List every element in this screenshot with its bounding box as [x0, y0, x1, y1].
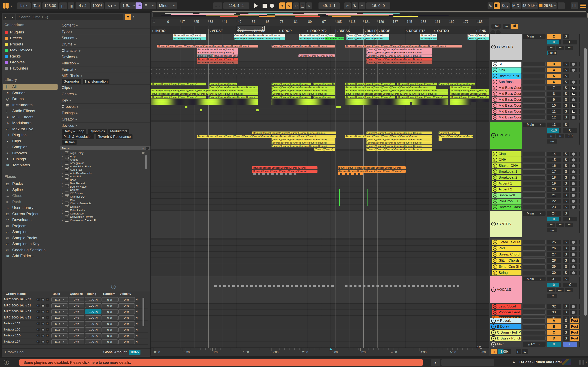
arm-button[interactable]: 6	[547, 80, 561, 84]
track-name-a-reverb[interactable]: ▶A Reverb	[490, 318, 521, 323]
clip[interactable]: (Bounce)(Bounce)(Bounce)(Bounce)	[197, 61, 238, 64]
track-name-breakbeat-1[interactable]: ▶Breakbeat 1	[492, 169, 521, 174]
solo-button[interactable]: S	[563, 330, 569, 335]
device-chooser-box[interactable]	[523, 336, 545, 341]
track-lane-b-delay[interactable]	[151, 324, 489, 330]
clip[interactable]: (Bounce)(Bounce)(Bounce)(Bounce)	[299, 34, 335, 37]
arm-button[interactable]: 18	[547, 175, 561, 180]
hover-preview-icon[interactable]: ↑	[111, 285, 116, 289]
solo-button[interactable]: S	[563, 152, 569, 156]
track-activator-icon[interactable]: ▶	[493, 109, 497, 114]
sidebar-item-grooves[interactable]: ≈Grooves	[3, 150, 58, 156]
stop-button[interactable]	[263, 4, 267, 8]
groove-collapse-icon[interactable]: ◀	[136, 310, 138, 313]
list-options-icon[interactable]: ⋯	[146, 147, 149, 150]
solo-button[interactable]: S	[563, 277, 569, 281]
key-map-button[interactable]: Key	[501, 2, 510, 9]
zoom-level-field[interactable]: 1.00x	[498, 349, 511, 354]
filter-tag[interactable]: Delay & Loop	[62, 129, 86, 134]
clip[interactable]: (Bounce)(Bounce)(Bounce)(Bounce)(Bounce)	[234, 34, 285, 37]
device-item-cabinet[interactable]: ▶···Cabinet	[62, 188, 147, 192]
send-field[interactable]: -18.0	[547, 51, 557, 55]
groove-random-field[interactable]: 0 %	[102, 327, 118, 332]
sidebar-item-favourites[interactable]: Favourites	[3, 66, 58, 71]
commit-groove-icon[interactable]: ∿	[36, 334, 40, 337]
solo-button[interactable]: S	[563, 324, 569, 329]
sidebar-item-user-library[interactable]: ⌂User Library	[3, 205, 58, 211]
solo-button[interactable]: S	[563, 271, 569, 275]
ableton-logo-icon[interactable]: ▼	[3, 3, 13, 8]
track-lane-accent-1[interactable]	[151, 181, 489, 187]
loop-switch[interactable]: ↻	[352, 2, 358, 9]
sort-ascending-icon[interactable]: ▲	[142, 147, 144, 149]
clip[interactable]: (Bounce)(Bounce)(Bounce)(Bounce)(Bounce)…	[272, 86, 335, 89]
post-toggle[interactable]: Post	[570, 330, 579, 335]
groove-timing-field[interactable]: 100 %	[85, 333, 102, 338]
device-chooser-box[interactable]	[523, 199, 545, 203]
track-activator-icon[interactable]: ▶	[493, 152, 497, 156]
sidebar-item-all[interactable]: ||||All	[3, 84, 58, 90]
expand-icon[interactable]: ▶	[62, 196, 64, 198]
clip[interactable]: (Bounce)(Bounce)(Bounce)(Bounce)(Bounce)	[345, 96, 395, 99]
device-chooser-box[interactable]	[523, 271, 545, 275]
groove-collapse-icon[interactable]: ◀	[136, 322, 138, 325]
clip[interactable]	[214, 285, 335, 287]
track-activator-icon[interactable]: ▶	[493, 187, 497, 192]
pan-field[interactable]: 0	[563, 342, 577, 347]
clip[interactable]	[450, 99, 489, 102]
track-lane-vocoder-lead[interactable]	[151, 310, 489, 316]
device-chooser-box[interactable]	[523, 92, 545, 96]
solo-button[interactable]: S	[563, 240, 569, 244]
filter-group-key[interactable]: Key▶	[61, 97, 150, 103]
record-button[interactable]	[270, 4, 274, 8]
track-lane-shaker-ohh[interactable]	[151, 163, 489, 169]
groove-quantize-field[interactable]: 0 %	[69, 333, 84, 338]
groove-random-field[interactable]: 0 %	[102, 309, 118, 314]
track-activator-icon[interactable]: ▶	[493, 164, 497, 168]
clip[interactable]: (Bounce)(Bounce)(Bounce)(Bounce)(Bounce)…	[345, 45, 462, 48]
groove-timing-field[interactable]: 100 %	[85, 315, 102, 320]
solo-button[interactable]: S	[563, 318, 569, 323]
track-activator-icon[interactable]: ▶	[493, 193, 497, 198]
track-lane-pre-drop-fill[interactable]	[151, 199, 489, 205]
clip[interactable]	[200, 109, 202, 111]
clip[interactable]: (Bounce)(Bounce)	[197, 54, 213, 57]
arm-button[interactable]: 31	[547, 277, 561, 281]
clip[interactable]: (Bounce)(Bounce)	[450, 86, 471, 89]
sidebar-item-coaching-sessions[interactable]: ▭Coaching Sessions	[3, 247, 58, 253]
filter-group-grooves[interactable]: Grooves▶	[61, 103, 150, 110]
save-groove-icon[interactable]: ▤	[41, 298, 45, 301]
return-label[interactable]: D	[547, 336, 561, 341]
solo-button[interactable]: S	[563, 187, 569, 192]
session-record-button[interactable]: ▢	[300, 2, 305, 9]
send-field[interactable]: -∞	[547, 46, 555, 50]
solo-button[interactable]: S	[563, 211, 569, 216]
clip[interactable]: (Bounce)(Bounce)(Bounce)(Bounce)(Bounce)…	[272, 92, 335, 95]
sidebar-item-grooves[interactable]: Grooves	[3, 59, 58, 65]
track-name-mid-bass-count[interactable]: ▶Mid Bass Count	[492, 97, 521, 102]
device-chooser-box[interactable]	[523, 264, 545, 269]
device-chooser-box[interactable]	[523, 115, 545, 120]
solo-button[interactable]: S	[563, 181, 569, 186]
monitor-dot[interactable]	[570, 181, 577, 186]
clip[interactable]: (Bounce)(Bounce)	[467, 34, 489, 37]
monitor-dot[interactable]	[570, 152, 577, 156]
clip[interactable]: (Bounce)(Bounce)(Bounce)(Bounce)(Bounce)…	[157, 45, 258, 48]
clip[interactable]: (Bounce)(Bounce)(Bounce)(Bounce)	[346, 37, 389, 40]
send-field[interactable]: -∞	[556, 223, 564, 227]
device-chooser-box[interactable]	[523, 304, 545, 309]
sidebar-item-splice[interactable]: ≀Splice	[3, 187, 58, 192]
zoom-width-button[interactable]: W	[522, 349, 527, 354]
device-item-compressor[interactable]: ▶···Compressor	[62, 212, 147, 215]
groove-quantize-field[interactable]: 0 %	[69, 315, 84, 320]
clip[interactable]	[367, 189, 368, 206]
groove-random-field[interactable]: 0 %	[102, 333, 118, 338]
group-fold-icon[interactable]: ≡	[491, 287, 496, 292]
locator-drop[interactable]: ▷DROP	[279, 29, 310, 33]
solo-button[interactable]: S	[563, 252, 569, 257]
track-lane-vocals[interactable]	[151, 276, 489, 304]
arm-button[interactable]: 21	[547, 193, 561, 198]
arm-button[interactable]: 13	[547, 123, 561, 127]
arm-button[interactable]: 16	[547, 164, 561, 168]
extract-groove-icon[interactable]: ↻	[46, 298, 49, 301]
